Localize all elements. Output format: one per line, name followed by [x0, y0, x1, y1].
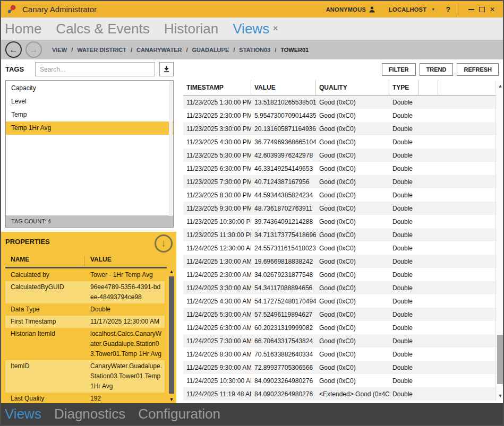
nav-tab[interactable]: Views ×: [233, 21, 278, 37]
table-scrollbar-thumb[interactable]: [497, 335, 503, 384]
table-row[interactable]: 11/24/2025 3:30:00 AM 54.34117088894656 …: [183, 281, 496, 294]
table-row[interactable]: 11/24/2025 6:30:00 AM 60.20231319999082 …: [183, 321, 496, 334]
bottom-nav-tab[interactable]: Diagnostics: [54, 406, 125, 422]
bottom-nav-tab[interactable]: Views: [5, 406, 41, 422]
table-row[interactable]: 11/24/2025 2:30:00 AM 34.02679231877548 …: [183, 268, 496, 281]
tab-close-icon[interactable]: ×: [273, 23, 278, 32]
property-row[interactable]: ItemID CanaryWater.Guadalupe.Station03.T…: [5, 360, 165, 393]
breadcrumb-item[interactable]: STATION03: [239, 47, 270, 53]
table-row[interactable]: 11/23/2025 1:30:00 PM 13.518210265538501…: [183, 95, 496, 109]
breadcrumb-separator: /: [71, 47, 73, 53]
breadcrumb-item[interactable]: VIEW: [52, 47, 67, 53]
tag-import-button[interactable]: [159, 62, 174, 76]
table-row[interactable]: 11/23/2025 3:30:00 PM 20.131605871164936…: [183, 122, 496, 135]
cell-value: 5.9547300709014435: [251, 112, 316, 119]
property-row[interactable]: CalculatedByGUID 96ee4789-5356-4391-bdee…: [5, 281, 165, 303]
properties-scrollbar[interactable]: ▲ ▼: [168, 269, 175, 402]
property-row[interactable]: Calculated by Tower - 1Hr Temp Avg: [5, 269, 165, 281]
table-row[interactable]: 11/24/2025 8:30:00 AM 70.51633882640334 …: [183, 347, 496, 361]
cell-value: 40.7124387167956: [251, 178, 316, 186]
properties-rows: Calculated by Tower - 1Hr Temp Avg Calcu…: [5, 269, 165, 403]
table-column-header[interactable]: TYPE: [389, 80, 418, 95]
table-row[interactable]: 11/24/2025 1:30:00 AM 19.69669818838242 …: [183, 255, 496, 268]
forward-button[interactable]: →: [25, 41, 42, 58]
tag-list-item[interactable]: Capacity: [6, 82, 173, 95]
breadcrumb-bar: ← → VIEW / WATER DISTRICT / CANARYWATER …: [1, 40, 503, 59]
host-selector[interactable]: LOCALHOST ▼: [389, 6, 435, 13]
table-scrollbar[interactable]: ▲ ▼: [496, 80, 504, 401]
table-row[interactable]: 11/24/2025 5:30:00 AM 57.52496119894627 …: [183, 308, 496, 321]
table-row[interactable]: 11/24/2025 11:19:48 AM 84.09023264980276…: [183, 387, 496, 401]
cell-type: Double: [389, 99, 418, 106]
tag-list-item[interactable]: Temp 1Hr Avg: [6, 121, 173, 135]
property-row[interactable]: Historian ItemId localhost.Calcs.CanaryW…: [5, 328, 165, 360]
table-row[interactable]: 11/24/2025 7:30:00 AM 66.70643317543824 …: [183, 334, 496, 347]
cell-timestamp: 11/23/2025 2:30:00 PM: [183, 112, 251, 119]
properties-title: PROPERTIES: [5, 238, 50, 246]
tag-list-scrollbar[interactable]: [169, 81, 173, 216]
toolbar-button[interactable]: TREND: [420, 63, 454, 76]
tag-list-item[interactable]: Level: [6, 95, 173, 108]
tags-panel-title: TAGS: [5, 65, 24, 73]
toolbar-button[interactable]: REFRESH: [457, 63, 499, 76]
cell-type: Double: [389, 231, 418, 239]
table-column-header[interactable]: TIMESTAMP: [183, 80, 251, 95]
property-row[interactable]: Last Quality 192: [5, 393, 165, 403]
table-column-header[interactable]: VALUE: [251, 80, 316, 95]
nav-tab[interactable]: Calcs & Events ×: [56, 21, 149, 37]
close-icon: ×: [490, 5, 494, 14]
properties-collapse-button[interactable]: ↓: [155, 234, 173, 253]
main-content: TAGS CapacityLevelTempTemp 1Hr Avg TAG C…: [1, 59, 503, 403]
properties-value-column-header[interactable]: VALUE: [85, 256, 112, 266]
properties-name-column-header[interactable]: NAME: [5, 256, 85, 266]
table-row[interactable]: 11/23/2025 11:30:00 PM 34.71317377541869…: [183, 228, 496, 241]
nav-tab-label: Historian: [164, 21, 219, 37]
help-button[interactable]: ?: [446, 5, 450, 14]
cell-timestamp: 11/24/2025 5:30:00 AM: [183, 311, 251, 318]
cell-value: 34.713173775418696: [251, 231, 316, 239]
cell-quality: Good (0xC0): [316, 298, 389, 305]
app-window: Canary Administrator ANONYMOUS LOCALHOST…: [0, 0, 504, 426]
cell-quality: Good (0xC0): [316, 258, 389, 265]
breadcrumb-item[interactable]: GUADALUPE: [192, 47, 229, 53]
table-row[interactable]: 11/24/2025 9:30:00 AM 72.89937705306566 …: [183, 361, 496, 374]
minimize-button[interactable]: [466, 4, 476, 15]
properties-header-underline: [5, 267, 167, 268]
table-row[interactable]: 11/23/2025 9:30:00 PM 48.73618702763911 …: [183, 202, 496, 215]
table-row[interactable]: 11/24/2025 10:30:00 AM 84.09023264980276…: [183, 374, 496, 387]
table-row[interactable]: 11/23/2025 7:30:00 PM 40.7124387167956 G…: [183, 175, 496, 188]
nav-tab[interactable]: Home ×: [5, 21, 41, 37]
property-row[interactable]: Data Type Double: [5, 303, 165, 316]
table-row[interactable]: 11/23/2025 8:30:00 PM 44.59344385824234 …: [183, 188, 496, 202]
breadcrumb-item[interactable]: WATER DISTRICT: [77, 47, 126, 53]
breadcrumb-item[interactable]: TOWER01: [280, 47, 309, 53]
property-row[interactable]: First Timestamp 11/17/2025 12:30:00 AM: [5, 316, 165, 328]
table-row[interactable]: 11/23/2025 10:30:00 PM 39.74364091214288…: [183, 215, 496, 228]
nav-tab[interactable]: Historian ×: [164, 21, 219, 37]
bottom-nav-tab[interactable]: Configuration: [138, 406, 220, 422]
scroll-down-icon[interactable]: ▼: [168, 397, 175, 402]
tag-list-item[interactable]: Temp: [6, 108, 173, 121]
breadcrumb-item[interactable]: CANARYWATER: [136, 47, 182, 53]
cell-type: Double: [389, 218, 418, 225]
table-column-header[interactable]: QUALITY: [316, 80, 389, 95]
table-row[interactable]: 11/23/2025 5:30:00 PM 42.60393976242978 …: [183, 149, 496, 162]
table-row[interactable]: 11/23/2025 4:30:00 PM 36.774969368665104…: [183, 135, 496, 149]
cell-timestamp: 11/23/2025 5:30:00 PM: [183, 152, 251, 159]
table-row[interactable]: 11/23/2025 2:30:00 PM 5.9547300709014435…: [183, 109, 496, 122]
back-button[interactable]: ←: [5, 41, 22, 58]
cell-quality: <Extended> Good (0x4C0): [316, 390, 389, 398]
properties-scrollbar-thumb[interactable]: [169, 276, 174, 394]
scroll-up-icon[interactable]: ▲: [496, 83, 504, 89]
scroll-down-icon[interactable]: ▼: [496, 393, 504, 398]
toolbar-button[interactable]: FILTER: [382, 63, 416, 76]
table-row[interactable]: 11/24/2025 12:30:00 AM 24.55731161541802…: [183, 241, 496, 255]
close-button[interactable]: ×: [487, 4, 498, 15]
tag-search-input[interactable]: [35, 62, 155, 76]
table-row[interactable]: 11/24/2025 4:30:00 AM 54.172752480170494…: [183, 294, 496, 308]
scroll-up-icon[interactable]: ▲: [168, 269, 175, 274]
cell-value: 66.70643317543824: [251, 337, 316, 345]
table-row[interactable]: 11/23/2025 6:30:00 PM 46.33149254149653 …: [183, 162, 496, 175]
user-menu[interactable]: ANONYMOUS: [326, 6, 375, 13]
maximize-button[interactable]: [476, 4, 487, 15]
